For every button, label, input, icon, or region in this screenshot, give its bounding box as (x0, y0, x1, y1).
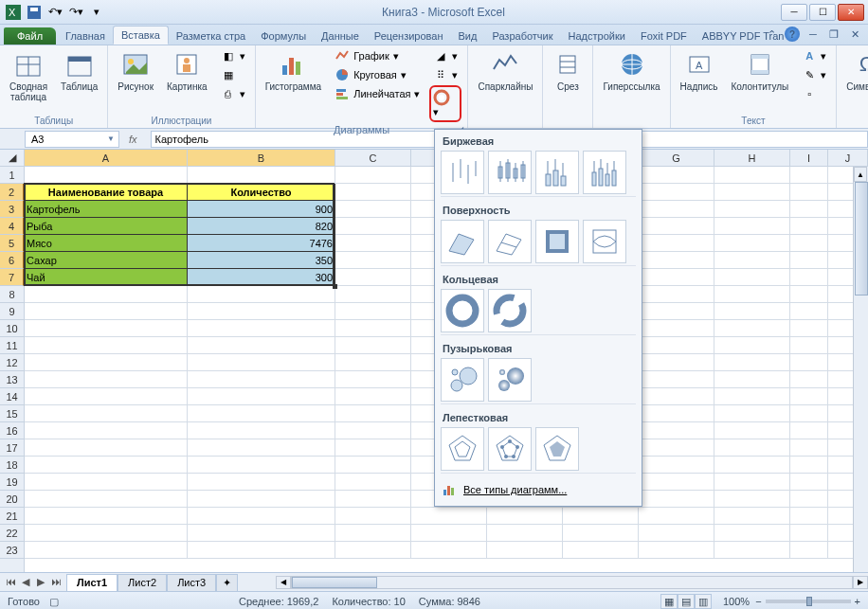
row-header[interactable]: 5 (0, 235, 24, 252)
shapes-button[interactable]: ◧▾ (217, 47, 249, 64)
bar-chart-button[interactable]: Линейчатая ▾ (331, 85, 424, 102)
cell[interactable] (335, 474, 411, 491)
cell[interactable] (188, 371, 335, 388)
row-header[interactable]: 22 (0, 525, 24, 542)
cell[interactable]: Рыба (25, 218, 188, 235)
tab-foxit[interactable]: Foxit PDF (633, 27, 695, 45)
zoom-in-button[interactable]: + (855, 596, 860, 607)
minimize-button[interactable]: ─ (781, 4, 807, 21)
cell[interactable]: 900 (188, 201, 335, 218)
cell[interactable] (25, 354, 188, 371)
cell[interactable]: Сахар (25, 252, 188, 269)
cell[interactable] (790, 491, 828, 508)
cell[interactable] (25, 474, 188, 491)
redo-icon[interactable]: ↷▾ (66, 3, 85, 22)
cell[interactable] (25, 542, 188, 559)
pie-chart-button[interactable]: Круговая ▾ (331, 66, 424, 83)
cell[interactable] (790, 337, 828, 354)
cell[interactable] (790, 405, 828, 422)
cell[interactable] (714, 218, 790, 235)
cell[interactable] (639, 457, 714, 474)
col-header[interactable]: C (335, 150, 411, 167)
cell[interactable] (639, 422, 714, 439)
cell[interactable] (714, 201, 790, 218)
cell[interactable] (25, 491, 188, 508)
row-header[interactable]: 14 (0, 388, 24, 405)
area-chart-button[interactable]: ◢▾ (429, 47, 461, 64)
cell[interactable] (714, 405, 790, 422)
stock-chart-1[interactable] (441, 151, 484, 194)
cell[interactable] (25, 525, 188, 542)
cell[interactable] (714, 269, 790, 286)
tab-file[interactable]: Файл (4, 27, 56, 45)
cell[interactable] (714, 286, 790, 303)
col-header[interactable]: J (828, 150, 868, 167)
namebox-dropdown-icon[interactable]: ▼ (107, 134, 118, 143)
surface-chart-3[interactable] (535, 220, 579, 263)
doc-minimize-icon[interactable]: ─ (805, 27, 821, 42)
cell[interactable] (639, 405, 714, 422)
sheet-nav-next[interactable]: ▶ (34, 576, 47, 588)
cell[interactable]: Количество (188, 184, 335, 201)
cell[interactable] (188, 508, 335, 525)
cell[interactable] (639, 269, 714, 286)
cell[interactable] (714, 354, 790, 371)
stock-chart-2[interactable] (488, 151, 532, 194)
cell[interactable] (411, 508, 487, 525)
cell[interactable] (188, 388, 335, 405)
radar-chart-2[interactable] (488, 427, 532, 471)
cell[interactable] (639, 320, 714, 337)
view-break-button[interactable]: ▥ (695, 594, 712, 609)
cell[interactable] (714, 542, 790, 559)
tab-data[interactable]: Данные (314, 27, 367, 45)
cell[interactable]: Картофель (25, 201, 188, 218)
tab-home[interactable]: Главная (58, 27, 113, 45)
scroll-right-button[interactable]: ▶ (853, 576, 868, 589)
radar-chart-1[interactable] (441, 427, 484, 471)
bubble-chart-2[interactable] (488, 358, 532, 402)
cell[interactable] (188, 457, 335, 474)
maximize-button[interactable]: ☐ (809, 4, 836, 21)
cell[interactable] (25, 457, 188, 474)
cell[interactable]: 350 (188, 252, 335, 269)
cell[interactable] (714, 303, 790, 320)
surface-chart-2[interactable] (488, 220, 532, 263)
macro-record-icon[interactable]: ▢ (49, 596, 59, 608)
cell[interactable] (639, 252, 714, 269)
zoom-out-button[interactable]: − (755, 596, 761, 607)
fx-icon[interactable]: fx (129, 134, 141, 145)
cell[interactable] (639, 303, 714, 320)
cell[interactable] (25, 508, 188, 525)
selection-handle[interactable] (333, 284, 337, 289)
tab-formulas[interactable]: Формулы (253, 27, 314, 45)
cell[interactable] (639, 388, 714, 405)
cell[interactable] (563, 525, 639, 542)
all-chart-types-button[interactable]: Все типы диаграмм... (435, 475, 642, 504)
minimize-ribbon-icon[interactable]: ⌃ (764, 27, 779, 42)
cell[interactable] (639, 371, 714, 388)
cell[interactable] (790, 218, 828, 235)
cell[interactable] (714, 235, 790, 252)
cell[interactable] (25, 371, 188, 388)
surface-chart-1[interactable] (441, 220, 484, 263)
row-header[interactable]: 20 (0, 491, 24, 508)
cell[interactable] (639, 508, 714, 525)
scroll-left-button[interactable]: ◀ (276, 576, 291, 589)
cell[interactable] (335, 218, 411, 235)
screenshot-button[interactable]: ⎙▾ (217, 85, 249, 102)
cell[interactable] (714, 388, 790, 405)
stock-chart-3[interactable] (535, 151, 579, 194)
hscroll-track[interactable] (291, 576, 853, 589)
cell[interactable] (639, 354, 714, 371)
zoom-slider[interactable] (766, 600, 851, 603)
row-header[interactable]: 2 (0, 184, 24, 201)
cell[interactable] (790, 388, 828, 405)
cell[interactable] (639, 286, 714, 303)
cell[interactable] (714, 252, 790, 269)
cell[interactable] (487, 542, 563, 559)
zoom-level[interactable]: 100% (723, 596, 750, 607)
row-header[interactable]: 19 (0, 474, 24, 491)
name-box[interactable]: A3▼ (25, 131, 119, 148)
cell[interactable] (790, 184, 828, 201)
smartart-button[interactable]: ▦ (217, 66, 249, 83)
